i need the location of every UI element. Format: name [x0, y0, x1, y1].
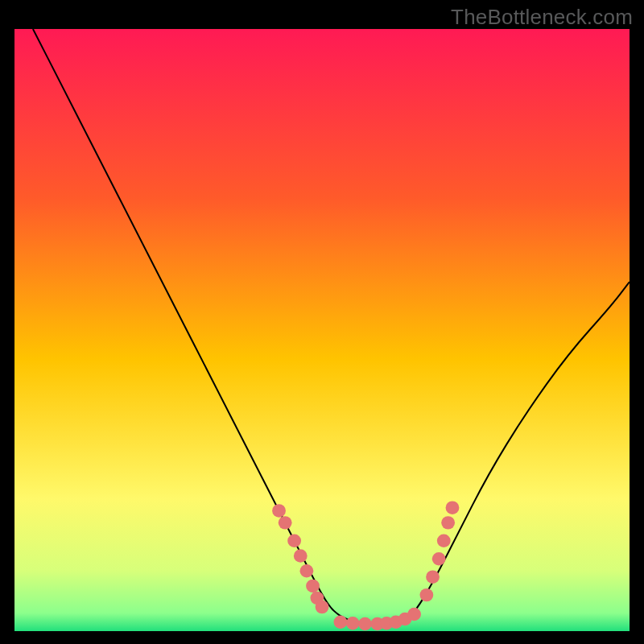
marker-dot [306, 580, 320, 592]
marker-dot [432, 552, 446, 565]
marker-dot [294, 549, 308, 562]
chart-frame: TheBottleneck.com [0, 0, 644, 644]
chart-svg [14, 29, 630, 631]
marker-dot [334, 616, 348, 629]
marker-dot [346, 617, 360, 630]
chart-plot-area [14, 29, 630, 631]
marker-dot [419, 588, 433, 601]
gradient-background [14, 29, 630, 631]
marker-dot [358, 617, 372, 630]
watermark-text: TheBottleneck.com [451, 5, 633, 30]
marker-dot [279, 516, 292, 529]
marker-dot [437, 535, 451, 547]
marker-dot [441, 516, 455, 529]
marker-dot [272, 504, 286, 517]
marker-dot [446, 501, 460, 514]
marker-dot [299, 564, 313, 577]
marker-dot [426, 570, 440, 583]
marker-dot [287, 535, 301, 547]
marker-dot [407, 608, 421, 621]
marker-dot [316, 601, 329, 613]
